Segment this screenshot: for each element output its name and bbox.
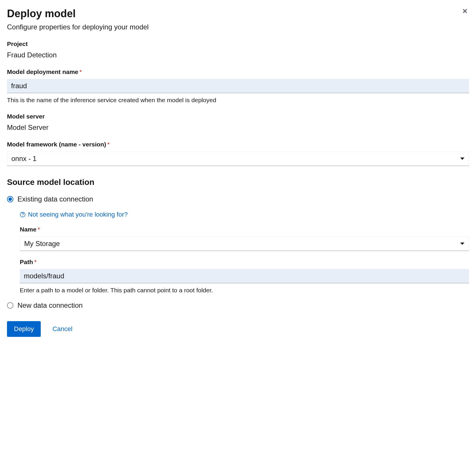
framework-label: Model framework (name - version)* (7, 141, 469, 148)
deployment-name-label-text: Model deployment name (7, 68, 78, 75)
connection-name-select[interactable]: My Storage (20, 236, 469, 251)
new-connection-label[interactable]: New data connection (17, 301, 83, 309)
required-indicator: * (38, 226, 40, 233)
new-connection-radio[interactable] (7, 302, 13, 309)
modal-title: Deploy model (7, 7, 76, 21)
project-value: Fraud Detection (7, 51, 469, 59)
help-link-text: Not seeing what you're looking for? (28, 211, 128, 218)
path-label: Path* (20, 259, 469, 266)
required-indicator: * (79, 68, 82, 75)
close-button[interactable] (461, 7, 469, 15)
model-server-label: Model server (7, 113, 469, 120)
required-indicator: * (34, 259, 37, 265)
modal-subtitle: Configure properties for deploying your … (7, 23, 469, 31)
path-label-text: Path (20, 259, 33, 265)
cancel-button[interactable]: Cancel (52, 321, 72, 337)
deploy-button[interactable]: Deploy (7, 321, 41, 337)
deployment-name-helper: This is the name of the inference servic… (7, 97, 469, 104)
existing-connection-radio[interactable] (7, 196, 13, 202)
required-indicator: * (107, 141, 110, 148)
question-circle-icon (20, 212, 26, 217)
existing-connection-label[interactable]: Existing data connection (17, 195, 93, 203)
deployment-name-label: Model deployment name* (7, 68, 469, 75)
path-input[interactable] (20, 269, 469, 283)
deployment-name-input[interactable] (7, 79, 469, 93)
model-server-value: Model Server (7, 123, 469, 132)
help-link[interactable]: Not seeing what you're looking for? (20, 211, 128, 218)
connection-name-label-text: Name (20, 226, 36, 233)
path-helper: Enter a path to a model or folder. This … (20, 287, 469, 294)
framework-label-text: Model framework (name - version) (7, 141, 106, 148)
framework-select[interactable]: onnx - 1 (7, 151, 469, 166)
source-location-heading: Source model location (7, 178, 469, 187)
connection-name-label: Name* (20, 226, 469, 233)
svg-point-1 (22, 216, 23, 216)
close-icon (462, 8, 468, 14)
project-label: Project (7, 40, 469, 47)
